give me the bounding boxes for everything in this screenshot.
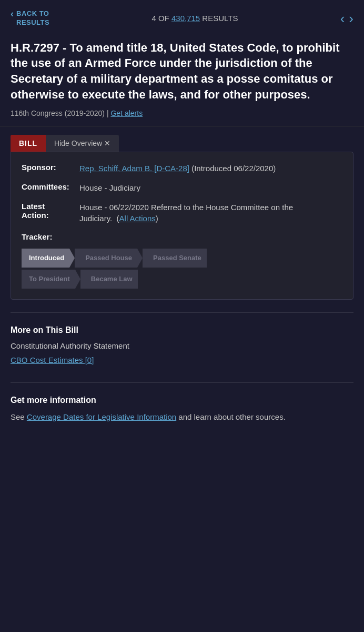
committees-row: Committees: House - Judiciary xyxy=(22,182,342,193)
next-arrow[interactable]: › xyxy=(349,12,353,25)
info-text-before: See xyxy=(11,412,27,421)
result-of-label: OF xyxy=(158,14,171,23)
tracker-step-passed-senate: Passed Senate xyxy=(143,249,207,268)
more-section-title: More on This Bill xyxy=(11,325,353,335)
bill-tab[interactable]: BILL xyxy=(11,135,46,152)
top-nav: ‹ BACK TORESULTS 4 OF 430,715 RESULTS ‹ … xyxy=(0,0,364,34)
step-passed-senate-label: Passed Senate xyxy=(153,254,201,262)
result-position: 4 xyxy=(151,14,156,23)
divider-2 xyxy=(11,382,353,383)
sponsor-label: Sponsor: xyxy=(22,163,79,172)
tracker-row-1: Introduced Passed House Passed Senate xyxy=(22,249,342,268)
result-total-link[interactable]: 430,715 xyxy=(171,14,200,23)
step-became-law-label: Became Law xyxy=(91,275,133,283)
bill-title: H.R.7297 - To amend title 18, United Sta… xyxy=(11,40,353,103)
get-more-info-section: Get more information See Coverage Dates … xyxy=(0,387,364,432)
latest-action-row: LatestAction: House - 06/22/2020 Referre… xyxy=(22,202,342,224)
sponsor-row: Sponsor: Rep. Schiff, Adam B. [D-CA-28] … xyxy=(22,163,342,174)
result-count: 4 OF 430,715 RESULTS xyxy=(151,14,238,23)
latest-action-label: LatestAction: xyxy=(22,202,79,220)
committees-value: House - Judiciary xyxy=(79,182,140,193)
tracker-step-introduced: Introduced xyxy=(22,249,69,268)
all-actions-link[interactable]: All Actions xyxy=(119,214,156,223)
tracker-step-became-law: Became Law xyxy=(80,270,138,289)
divider-1 xyxy=(11,312,353,313)
get-info-title: Get more information xyxy=(11,396,353,405)
nav-arrows: ‹ › xyxy=(340,12,353,25)
hide-overview-tab[interactable]: Hide Overview ✕ xyxy=(46,135,119,152)
results-label: RESULTS xyxy=(202,14,238,23)
bill-meta: 116th Congress (2019-2020) | Get alerts xyxy=(11,109,353,117)
committees-label: Committees: xyxy=(22,182,79,191)
hide-x-icon: ✕ xyxy=(104,139,110,147)
constitutional-authority-link[interactable]: Constitutional Authority Statement xyxy=(11,341,353,350)
tracker-row-2: To President Became Law xyxy=(22,270,342,289)
sponsor-link[interactable]: Rep. Schiff, Adam B. [D-CA-28] xyxy=(79,164,189,173)
latest-action-value: House - 06/22/2020 Referred to the House… xyxy=(79,202,342,224)
info-text-after: and learn about other sources. xyxy=(176,412,286,421)
more-section: More on This Bill Constitutional Authori… xyxy=(0,317,364,378)
tracker-label: Tracker: xyxy=(22,232,342,241)
cbo-cost-estimates-link[interactable]: CBO Cost Estimates [0] xyxy=(11,355,353,364)
tracker-section: Tracker: Introduced Passed House Passed … xyxy=(22,232,342,289)
back-to-results-link[interactable]: ‹ BACK TORESULTS xyxy=(11,9,49,27)
get-alerts-link[interactable]: Get alerts xyxy=(110,109,143,117)
tracker-step-passed-house: Passed House xyxy=(75,249,137,268)
step-introduced-label: Introduced xyxy=(29,254,64,262)
step-to-president-label: To President xyxy=(29,275,70,283)
tracker-step-to-president: To President xyxy=(22,270,75,289)
bill-header: H.R.7297 - To amend title 18, United Sta… xyxy=(0,34,364,126)
overview-box: Sponsor: Rep. Schiff, Adam B. [D-CA-28] … xyxy=(11,152,353,300)
back-chevron-icon: ‹ xyxy=(11,9,14,18)
hide-overview-label: Hide Overview xyxy=(54,139,102,147)
coverage-dates-link[interactable]: Coverage Dates for Legislative Informati… xyxy=(27,412,176,421)
congress-info: 116th Congress (2019-2020) xyxy=(11,109,105,117)
step-passed-house-label: Passed House xyxy=(85,254,132,262)
sponsor-value: Rep. Schiff, Adam B. [D-CA-28] (Introduc… xyxy=(79,163,276,174)
overview-section: BILL Hide Overview ✕ Sponsor: Rep. Schif… xyxy=(0,126,364,308)
tab-bar: BILL Hide Overview ✕ xyxy=(11,135,353,152)
tracker-wrapper: Introduced Passed House Passed Senate To… xyxy=(22,249,342,289)
back-to-results-label: BACK TORESULTS xyxy=(16,9,49,27)
prev-arrow[interactable]: ‹ xyxy=(340,12,345,25)
get-info-text: See Coverage Dates for Legislative Infor… xyxy=(11,411,353,423)
